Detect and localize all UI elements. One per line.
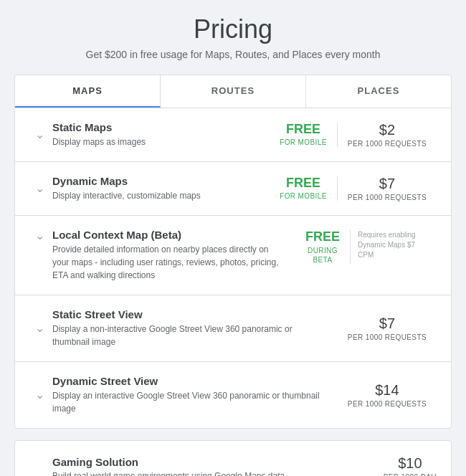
static-maps-info: Static Maps Display maps as images bbox=[49, 121, 270, 148]
chevron-static-street-view[interactable]: ⌄ bbox=[29, 323, 49, 334]
gaming-desc: Build real world game environments using… bbox=[52, 471, 369, 476]
local-context-free-block: FREE DURING BETA bbox=[295, 230, 351, 265]
row-local-context: ⌄ Local Context Map (Beta) Provide detai… bbox=[15, 216, 451, 295]
dynamic-maps-free-block: FREE FOR MOBILE bbox=[270, 176, 338, 201]
dynamic-street-view-desc: Display an interactive Google Street Vie… bbox=[52, 389, 326, 415]
pricing-card: MAPS ROUTES PLACES ⌄ Static Maps Display… bbox=[14, 75, 452, 429]
chevron-down-icon: ⌄ bbox=[35, 323, 44, 334]
dynamic-maps-price-block: $7 PER 1000 REQUESTS bbox=[338, 176, 437, 202]
dynamic-maps-info: Dynamic Maps Display interactive, custom… bbox=[49, 175, 270, 202]
chevron-local-context[interactable]: ⌄ bbox=[29, 229, 49, 242]
dynamic-street-view-price-value: $14 bbox=[348, 382, 427, 398]
dynamic-maps-desc: Display interactive, customizable maps bbox=[52, 189, 258, 202]
page-subtitle: Get $200 in free usage for Maps, Routes,… bbox=[14, 49, 452, 60]
local-context-desc: Provide detailed information on nearby p… bbox=[52, 243, 284, 282]
dynamic-street-view-price-block: $14 PER 1000 REQUESTS bbox=[338, 382, 437, 409]
tab-routes[interactable]: ROUTES bbox=[161, 75, 306, 108]
dynamic-maps-title: Dynamic Maps bbox=[52, 175, 258, 187]
static-maps-price-block: $2 PER 1000 REQUESTS bbox=[338, 122, 437, 148]
dynamic-street-view-info: Dynamic Street View Display an interacti… bbox=[49, 375, 338, 415]
static-maps-desc: Display maps as images bbox=[52, 135, 258, 148]
chevron-static-maps[interactable]: ⌄ bbox=[29, 129, 49, 141]
static-maps-price-value: $2 bbox=[348, 122, 427, 138]
local-context-note: Requires enabling Dynamic Maps $7 CPM bbox=[351, 230, 437, 260]
dynamic-maps-price-value: $7 bbox=[348, 176, 427, 191]
gaming-price-label: PER 1000 DAU bbox=[384, 472, 437, 476]
static-maps-free-label: FOR MOBILE bbox=[280, 138, 327, 147]
chevron-down-icon: ⌄ bbox=[35, 129, 44, 141]
row-static-street-view: ⌄ Static Street View Display a non-inter… bbox=[15, 295, 451, 362]
row-static-maps: ⌄ Static Maps Display maps as images FRE… bbox=[15, 108, 451, 162]
chevron-down-icon: ⌄ bbox=[35, 389, 44, 401]
static-street-view-price-label: PER 1000 REQUESTS bbox=[348, 333, 427, 342]
chevron-dynamic-street-view[interactable]: ⌄ bbox=[29, 389, 49, 401]
tabs-container: MAPS ROUTES PLACES bbox=[15, 75, 451, 108]
row-dynamic-maps: ⌄ Dynamic Maps Display interactive, cust… bbox=[15, 162, 451, 216]
static-maps-title: Static Maps bbox=[52, 121, 258, 133]
dynamic-maps-free-label: FOR MOBILE bbox=[280, 191, 327, 201]
gaming-price-value: $10 bbox=[384, 455, 437, 471]
dynamic-maps-pricing: FREE FOR MOBILE $7 PER 1000 REQUESTS bbox=[270, 176, 437, 202]
local-context-info: Local Context Map (Beta) Provide detaile… bbox=[49, 229, 295, 282]
static-street-view-pricing: $7 PER 1000 REQUESTS bbox=[338, 315, 437, 342]
local-context-title: Local Context Map (Beta) bbox=[52, 229, 284, 241]
dynamic-street-view-pricing: $14 PER 1000 REQUESTS bbox=[338, 382, 437, 409]
chevron-down-icon: ⌄ bbox=[35, 183, 44, 194]
chevron-down-icon: ⌄ bbox=[35, 230, 44, 242]
page-title: Pricing bbox=[14, 14, 452, 44]
gaming-info: Gaming Solution Build real world game en… bbox=[52, 456, 369, 476]
static-maps-pricing: FREE FOR MOBILE $2 PER 1000 REQUESTS bbox=[270, 122, 437, 148]
gaming-card: Gaming Solution Build real world game en… bbox=[14, 440, 452, 476]
tab-places[interactable]: PLACES bbox=[306, 75, 451, 108]
page-header: Pricing Get $200 in free usage for Maps,… bbox=[14, 14, 452, 60]
gaming-title: Gaming Solution bbox=[52, 456, 369, 468]
row-dynamic-street-view: ⌄ Dynamic Street View Display an interac… bbox=[15, 362, 451, 428]
dynamic-street-view-title: Dynamic Street View bbox=[52, 375, 326, 387]
static-street-view-info: Static Street View Display a non-interac… bbox=[49, 308, 338, 348]
local-context-pricing: FREE DURING BETA Requires enabling Dynam… bbox=[295, 229, 437, 265]
static-maps-free-block: FREE FOR MOBILE bbox=[270, 123, 338, 148]
chevron-dynamic-maps[interactable]: ⌄ bbox=[29, 183, 49, 194]
static-maps-price-label: PER 1000 REQUESTS bbox=[348, 139, 427, 148]
dynamic-maps-free-value: FREE bbox=[280, 176, 327, 191]
tab-maps[interactable]: MAPS bbox=[15, 75, 161, 108]
local-context-free-label: DURING BETA bbox=[305, 246, 340, 265]
static-street-view-desc: Display a non-interactive Google Street … bbox=[52, 323, 326, 348]
dynamic-street-view-price-label: PER 1000 REQUESTS bbox=[348, 399, 427, 409]
static-street-view-title: Static Street View bbox=[52, 308, 326, 320]
static-street-view-price-value: $7 bbox=[348, 315, 427, 331]
page-wrapper: Pricing Get $200 in free usage for Maps,… bbox=[14, 14, 452, 476]
local-context-free-value: FREE bbox=[305, 230, 340, 244]
dynamic-maps-price-label: PER 1000 REQUESTS bbox=[348, 193, 427, 202]
static-maps-free-value: FREE bbox=[280, 123, 327, 137]
gaming-price-block: $10 PER 1000 DAU bbox=[369, 455, 437, 476]
static-street-view-price-block: $7 PER 1000 REQUESTS bbox=[338, 315, 437, 342]
